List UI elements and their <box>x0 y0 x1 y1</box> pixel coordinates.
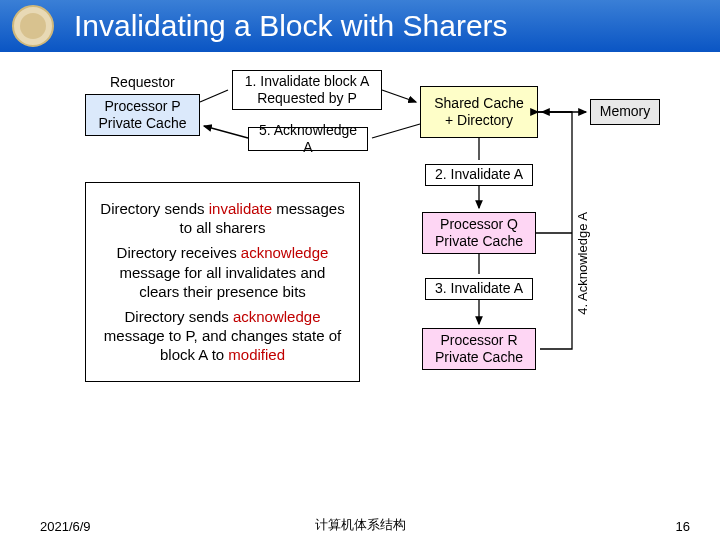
processor-r-l1: Processor R <box>440 332 517 350</box>
svg-line-1 <box>382 90 416 102</box>
processor-r-box: Processor R Private Cache <box>422 328 536 370</box>
shared-cache-box: Shared Cache + Directory <box>420 86 538 138</box>
university-logo <box>12 5 54 47</box>
processor-q-l2: Private Cache <box>435 233 523 251</box>
diagram-canvas: Requestor Processor P Private Cache 1. I… <box>0 52 720 492</box>
msg3-box: 3. Invalidate A <box>425 278 533 300</box>
processor-q-l1: Processor Q <box>440 216 518 234</box>
processor-p-l2: Private Cache <box>99 115 187 133</box>
shared-cache-l2: + Directory <box>445 112 513 130</box>
msg2-box: 2. Invalidate A <box>425 164 533 186</box>
desc-p3: Directory sends acknowledge message to P… <box>98 307 347 365</box>
msg1-l2: Requested by P <box>257 90 357 108</box>
svg-line-0 <box>200 90 228 102</box>
msg1-box: 1. Invalidate block A Requested by P <box>232 70 382 110</box>
memory-box: Memory <box>590 99 660 125</box>
msg1-l1: 1. Invalidate block A <box>245 73 370 91</box>
requestor-label: Requestor <box>110 74 175 90</box>
description-box: Directory sends invalidate messages to a… <box>85 182 360 382</box>
memory-l1: Memory <box>600 103 651 121</box>
desc-p2: Directory receives acknowledge message f… <box>98 243 347 301</box>
desc-p1: Directory sends invalidate messages to a… <box>98 199 347 237</box>
msg3-l1: 3. Invalidate A <box>435 280 523 298</box>
msg5-box: 5. Acknowledge A <box>248 127 368 151</box>
msg2-l1: 2. Invalidate A <box>435 166 523 184</box>
footer-center: 计算机体系结构 <box>0 516 720 534</box>
processor-r-l2: Private Cache <box>435 349 523 367</box>
svg-line-3 <box>204 126 248 138</box>
shared-cache-l1: Shared Cache <box>434 95 524 113</box>
svg-line-2 <box>372 124 420 138</box>
slide-header: Invalidating a Block with Sharers <box>0 0 720 52</box>
processor-q-box: Processor Q Private Cache <box>422 212 536 254</box>
slide-title: Invalidating a Block with Sharers <box>74 9 508 43</box>
processor-p-l1: Processor P <box>104 98 180 116</box>
msg4-label: 4. Acknowledge A <box>575 212 590 315</box>
msg5-l1: 5. Acknowledge A <box>254 122 362 157</box>
processor-p-box: Processor P Private Cache <box>85 94 200 136</box>
slide-footer: 2021/6/9 计算机体系结构 16 <box>0 512 720 540</box>
footer-page: 16 <box>676 519 690 534</box>
